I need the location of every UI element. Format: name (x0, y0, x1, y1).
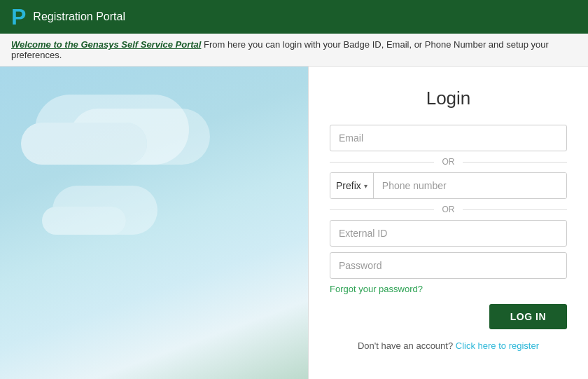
forgot-password-link[interactable]: Forgot your password? (330, 284, 423, 294)
prefix-label: Prefix (336, 180, 361, 191)
login-panel: Login OR Prefix ▾ OR Forgot your pa (308, 67, 588, 379)
app-title: Registration Portal (33, 11, 125, 23)
phone-input[interactable] (374, 173, 566, 198)
or-divider-1: OR (330, 157, 567, 167)
chevron-down-icon: ▾ (364, 182, 368, 190)
portal-link[interactable]: Welcome to the Genasys Self Service Port… (11, 39, 201, 50)
info-bar: Welcome to the Genasys Self Service Port… (0, 34, 588, 67)
or-divider-2: OR (330, 205, 567, 214)
main-content: Login OR Prefix ▾ OR Forgot your pa (0, 67, 588, 379)
register-text: Don't have an account? (358, 340, 453, 351)
login-button[interactable]: LOG IN (489, 304, 567, 329)
prefix-dropdown[interactable]: Prefix ▾ (330, 173, 374, 198)
header: P Registration Portal (0, 0, 588, 34)
register-container: Don't have an account? Click here to reg… (358, 340, 539, 351)
background-panel (0, 67, 308, 379)
email-input[interactable] (330, 125, 567, 151)
register-link[interactable]: Click here to register (456, 340, 539, 351)
logo-icon: P (11, 6, 26, 28)
email-group (330, 125, 567, 151)
forgot-password-container: Forgot your password? (330, 283, 567, 294)
phone-row: Prefix ▾ (330, 172, 567, 199)
external-id-input[interactable] (330, 220, 567, 247)
external-id-group (330, 220, 567, 247)
password-input[interactable] (330, 252, 567, 279)
login-title: Login (426, 88, 471, 109)
password-group (330, 252, 567, 279)
